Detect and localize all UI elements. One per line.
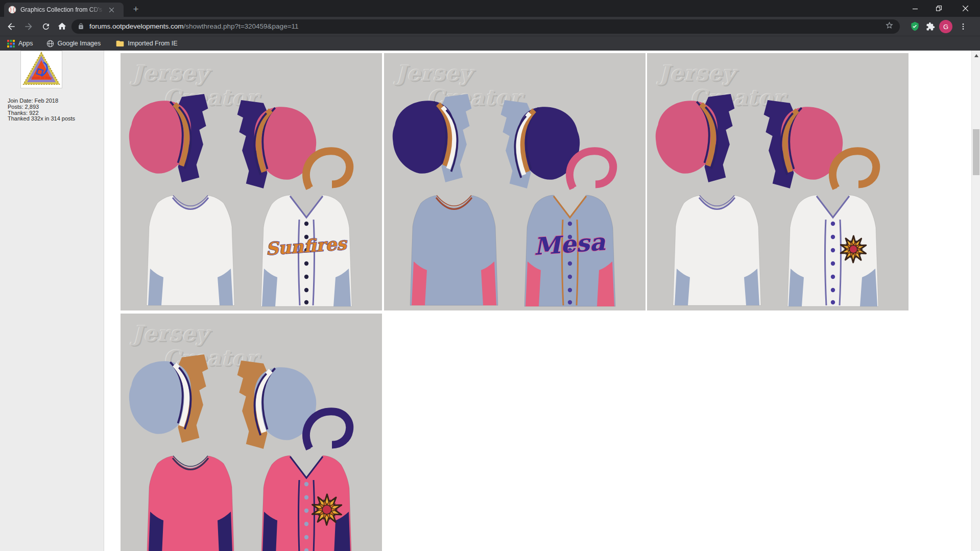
avatar-caption: House of Style: [30, 76, 53, 80]
back-button[interactable]: [4, 19, 18, 33]
url-text: forums.ootpdevelopments.com/showthread.p…: [89, 22, 299, 30]
apps-grid-icon: [7, 40, 15, 47]
bookmark-item-imported-from-ie[interactable]: Imported From IE: [116, 40, 177, 47]
post-user-column: House of Style Join Date: Feb 2018 Posts…: [0, 51, 104, 551]
baseball-favicon-icon: [8, 6, 16, 14]
globe-icon: [46, 40, 54, 47]
browser-toolbar: forums.ootpdevelopments.com/showthread.p…: [0, 17, 980, 36]
jersey-texture-image-1: JerseyJerseyJersey CreatorCreatorCreator…: [121, 53, 382, 310]
user-avatar[interactable]: House of Style: [20, 51, 62, 88]
scrollbar-thumb[interactable]: [973, 129, 979, 175]
bookmarks-bar: Apps Google Images Imported From IE: [0, 36, 980, 51]
window-controls: [903, 0, 980, 17]
bookmark-label: Apps: [18, 40, 33, 47]
new-tab-button[interactable]: +: [130, 3, 142, 15]
svg-text:G: G: [943, 23, 948, 31]
bookmark-item-google-images[interactable]: Google Images: [46, 40, 101, 47]
folder-icon: [116, 40, 124, 47]
url-domain: forums.ootpdevelopments.com: [89, 22, 184, 30]
svg-text:Jersey: Jersey: [394, 61, 475, 86]
svg-text:Mesa: Mesa: [533, 228, 607, 260]
jersey-texture-image-2: JerseyJerseyJersey CreatorCreatorCreator…: [384, 53, 646, 310]
forward-button[interactable]: [21, 19, 35, 33]
svg-text:Jersey: Jersey: [657, 61, 738, 86]
svg-text:Jersey: Jersey: [130, 61, 212, 86]
bookmark-label: Google Images: [58, 40, 101, 47]
address-bar[interactable]: forums.ootpdevelopments.com/showthread.p…: [71, 19, 900, 34]
window-close-button[interactable]: [950, 0, 980, 17]
window-minimize-button[interactable]: [903, 0, 927, 17]
user-stat-thanked: Thanked 332x in 314 posts: [8, 116, 75, 122]
scrollbar[interactable]: [971, 51, 980, 551]
reload-button[interactable]: [39, 19, 53, 33]
user-stat-posts: Posts: 2,893: [8, 104, 75, 110]
bookmark-label: Imported From IE: [128, 40, 177, 47]
extension-shield-icon[interactable]: [908, 19, 922, 33]
user-stats: Join Date: Feb 2018 Posts: 2,893 Thanks:…: [8, 98, 75, 122]
extensions-puzzle-icon[interactable]: [923, 19, 937, 33]
window-restore-button[interactable]: [927, 0, 950, 17]
forum-page-content: House of Style Join Date: Feb 2018 Posts…: [0, 51, 980, 551]
bookmark-item-apps[interactable]: Apps: [7, 40, 33, 47]
browser-window: Graphics Collection from CD's Ult +: [0, 0, 980, 551]
close-tab-icon[interactable]: [107, 6, 115, 14]
menu-kebab-icon[interactable]: [956, 19, 970, 33]
bookmark-star-icon[interactable]: [885, 21, 894, 32]
jersey-texture-image-3: JerseyJerseyJersey CreatorCreatorCreator: [647, 53, 909, 310]
jersey-texture-image-4: JerseyJerseyJersey CreatorCreatorCreator: [121, 314, 382, 551]
scrollbar-up-button[interactable]: [972, 52, 980, 59]
url-path: /showthread.php?t=320459&page=11: [184, 22, 299, 30]
browser-tab[interactable]: Graphics Collection from CD's Ult: [4, 3, 124, 17]
lock-icon: [78, 23, 84, 30]
profile-avatar[interactable]: G: [939, 20, 952, 34]
svg-text:Jersey: Jersey: [130, 321, 212, 346]
tab-strip: Graphics Collection from CD's Ult +: [0, 0, 980, 17]
tab-title: Graphics Collection from CD's Ult: [20, 6, 106, 13]
home-button[interactable]: [55, 19, 69, 33]
